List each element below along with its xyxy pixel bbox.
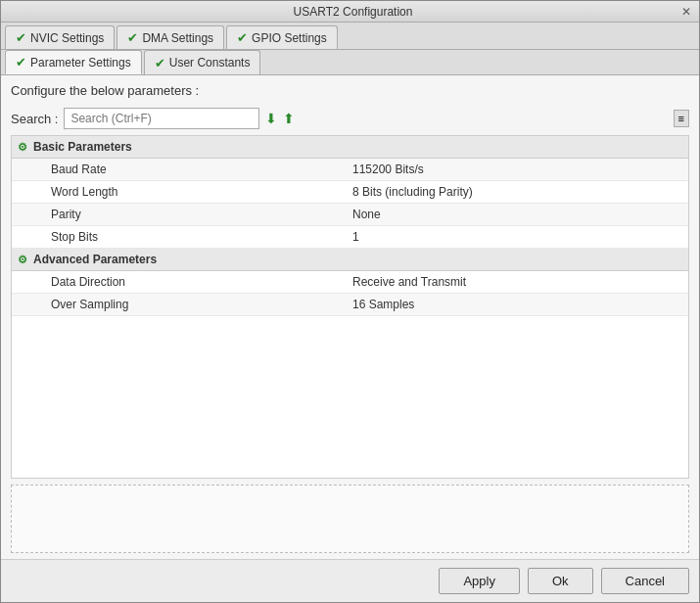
tabs-row2: ✔ Parameter Settings ✔ User Constants (1, 50, 699, 75)
param-value-word: 8 Bits (including Parity) (345, 181, 688, 203)
param-value-direction: Receive and Transmit (345, 271, 688, 293)
advanced-section-icon: ⚙ (18, 254, 27, 266)
gpio-check-icon: ✔ (237, 30, 248, 45)
button-bar: Apply Ok Cancel (1, 559, 699, 602)
cancel-button[interactable]: Cancel (601, 568, 689, 594)
bottom-info-panel (11, 485, 689, 553)
search-up-button[interactable]: ⬆ (283, 111, 295, 126)
tab-dma-label: DMA Settings (142, 31, 213, 45)
tab-nvic-label: NVIC Settings (30, 31, 104, 45)
tab-user[interactable]: ✔ User Constants (144, 50, 261, 74)
search-input[interactable] (64, 108, 259, 129)
tab-parameter-label: Parameter Settings (30, 56, 131, 70)
advanced-section-header: ⚙ Advanced Parameters (12, 249, 688, 271)
apply-button[interactable]: Apply (439, 568, 520, 594)
nvic-check-icon: ✔ (16, 30, 26, 45)
parameter-check-icon: ✔ (16, 55, 26, 70)
list-view-button[interactable]: ≡ (674, 110, 689, 127)
tab-nvic[interactable]: ✔ NVIC Settings (5, 25, 115, 49)
table-row: Parity None (12, 204, 688, 226)
param-name-word: Word Length (12, 181, 345, 203)
ok-button[interactable]: Ok (528, 568, 593, 594)
tab-parameter[interactable]: ✔ Parameter Settings (5, 50, 142, 74)
close-button[interactable]: ✕ (679, 5, 693, 19)
param-name-baud: Baud Rate (12, 159, 345, 180)
advanced-section-label: Advanced Parameters (33, 253, 157, 266)
config-header: Configure the below parameters : (1, 75, 699, 104)
param-name-direction: Data Direction (12, 271, 345, 293)
tab-dma[interactable]: ✔ DMA Settings (117, 25, 224, 49)
tab-gpio-label: GPIO Settings (252, 31, 327, 45)
tab-gpio[interactable]: ✔ GPIO Settings (226, 25, 338, 49)
content-area: Configure the below parameters : Search … (1, 75, 699, 559)
main-window: USART2 Configuration ✕ ✔ NVIC Settings ✔… (0, 0, 700, 603)
user-check-icon: ✔ (155, 56, 165, 70)
param-value-stop: 1 (345, 226, 688, 248)
table-row: Baud Rate 115200 Bits/s (12, 159, 688, 181)
table-row: Over Sampling 16 Samples (12, 294, 688, 316)
table-row: Word Length 8 Bits (including Parity) (12, 181, 688, 204)
basic-section-icon: ⚙ (18, 141, 27, 154)
basic-section-header: ⚙ Basic Parameters (12, 136, 688, 159)
table-row: Data Direction Receive and Transmit (12, 271, 688, 294)
search-down-button[interactable]: ⬇ (265, 111, 277, 126)
params-table: ⚙ Basic Parameters Baud Rate 115200 Bits… (11, 135, 689, 479)
tab-user-label: User Constants (169, 56, 251, 70)
search-label: Search : (11, 112, 58, 126)
param-value-sampling: 16 Samples (345, 294, 688, 315)
search-row: Search : ⬇ ⬆ ≡ (1, 104, 699, 135)
basic-section-label: Basic Parameters (33, 140, 132, 154)
window-title: USART2 Configuration (26, 5, 679, 19)
param-value-baud: 115200 Bits/s (345, 159, 688, 180)
param-name-parity: Parity (12, 204, 345, 225)
param-name-sampling: Over Sampling (12, 294, 345, 315)
param-name-stop: Stop Bits (12, 226, 345, 248)
title-bar: USART2 Configuration ✕ (1, 1, 699, 23)
table-row: Stop Bits 1 (12, 226, 688, 249)
param-value-parity: None (345, 204, 688, 225)
dma-check-icon: ✔ (127, 30, 138, 45)
tabs-row1: ✔ NVIC Settings ✔ DMA Settings ✔ GPIO Se… (1, 23, 699, 50)
